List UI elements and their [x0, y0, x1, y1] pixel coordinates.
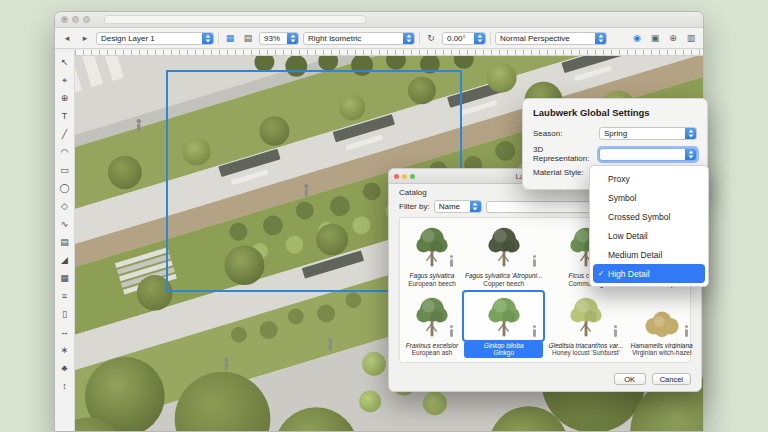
pan-tool-icon[interactable]: ⌖ — [57, 71, 73, 89]
scale-figure-icon — [614, 329, 617, 337]
layers-icon[interactable]: ▦ — [223, 31, 237, 45]
plant-thumbnail — [464, 222, 543, 270]
season-label: Season: — [533, 129, 599, 138]
tool-palette: ↖ ⌖ ⊕ T ╱ ◠ ▭ ◯ ◇ ∿ ▤ ◢ ▦ ≡ ▯ ↔ — [55, 50, 75, 431]
plant-labels: Fraxinus excelsior European ash — [404, 341, 460, 359]
season-select[interactable]: Spring — [599, 127, 697, 140]
rotate-view-icon[interactable]: ↻ — [424, 31, 438, 45]
perspective-select[interactable]: Normal Perspective — [495, 32, 607, 45]
scale-figure-icon — [533, 329, 536, 337]
dropdown-option[interactable]: ✓ Proxy — [593, 169, 705, 188]
filter-field-value: Name — [439, 202, 467, 211]
minimize-window-icon[interactable] — [72, 16, 79, 23]
close-window-icon[interactable]: × — [61, 16, 68, 23]
plant-common-name: Virginian witch-hazel — [629, 349, 694, 357]
plant-tool-icon[interactable]: ♣ — [57, 359, 73, 377]
dropdown-option[interactable]: ✓ Low Detail — [593, 226, 705, 245]
catalog-plant-item[interactable]: Fagus sylvatica 'Atropuni... Copper beec… — [464, 222, 543, 289]
plant-latin-name: Fraxinus excelsior — [405, 342, 459, 350]
view-toolbar: ◂ ▸ Design Layer 1 ▦ ▤ 93% Right Isometr… — [55, 28, 703, 49]
plant-latin-name: Fagus sylvatica 'Atropuni... — [465, 272, 542, 280]
slab-tool-icon[interactable]: ▦ — [57, 269, 73, 287]
representation-select[interactable] — [599, 148, 697, 161]
plant-thumbnail — [404, 222, 460, 270]
classes-icon[interactable]: ▤ — [241, 31, 255, 45]
forward-icon[interactable]: ▸ — [78, 31, 92, 45]
camera-icon[interactable]: ▣ — [648, 31, 662, 45]
wall-tool-icon[interactable]: ▤ — [57, 233, 73, 251]
dropdown-option[interactable]: ✓ Symbol — [593, 188, 705, 207]
filter-field-select[interactable]: Name — [434, 200, 482, 213]
dropdown-option-label: High Detail — [608, 269, 650, 279]
zoom-select[interactable]: 93% — [259, 32, 299, 45]
zoom-window-icon[interactable] — [83, 16, 90, 23]
text-tool-icon[interactable]: T — [57, 107, 73, 125]
arc-tool-icon[interactable]: ◠ — [57, 143, 73, 161]
layer-select[interactable]: Design Layer 1 — [96, 32, 214, 45]
plant-common-name: Copper beech — [465, 280, 542, 288]
dropdown-option[interactable]: ✓ Crossed Symbol — [593, 207, 705, 226]
angle-select[interactable]: 0.00° — [442, 32, 486, 45]
plant-common-name: European ash — [405, 349, 459, 357]
close-dialog-icon[interactable] — [394, 174, 399, 179]
plant-thumbnail — [464, 292, 543, 340]
plant-common-name: Ginkgo — [465, 349, 542, 357]
circle-tool-icon[interactable]: ◯ — [57, 179, 73, 197]
layer-select-value: Design Layer 1 — [101, 34, 199, 43]
catalog-plant-item[interactable]: Ginkgo biloba Ginkgo — [464, 292, 543, 359]
plant-latin-name: Fagus sylvatica — [405, 272, 459, 280]
line-tool-icon[interactable]: ╱ — [57, 125, 73, 143]
select-arrows-icon — [287, 32, 298, 45]
select-arrows-icon — [474, 32, 485, 45]
plant-latin-name: Hamamelis virginiana — [629, 342, 694, 350]
plant-labels: Gleditsia triacanthos var... Honey locus… — [547, 341, 624, 359]
select-arrows-icon — [202, 32, 213, 45]
panels-icon[interactable]: ▥ — [684, 31, 698, 45]
dropdown-option[interactable]: ✓ High Detail — [593, 264, 705, 283]
window-titlebar[interactable]: × — [55, 12, 703, 28]
catalog-plant-item[interactable]: Gleditsia triacanthos var... Honey locus… — [547, 292, 624, 359]
toolbar-separator — [218, 32, 219, 45]
selection-tool-icon[interactable]: ↖ — [57, 53, 73, 71]
back-icon[interactable]: ◂ — [60, 31, 74, 45]
perspective-select-value: Normal Perspective — [500, 34, 592, 43]
dropdown-option-label: Proxy — [608, 174, 630, 184]
ok-button[interactable]: OK — [614, 373, 646, 385]
eye-icon[interactable]: ◉ — [630, 31, 644, 45]
move-tool-icon[interactable]: ↕ — [57, 377, 73, 395]
horizontal-ruler — [75, 50, 703, 56]
polygon-tool-icon[interactable]: ◇ — [57, 197, 73, 215]
dropdown-option-label: Symbol — [608, 193, 636, 203]
plant-thumbnail — [547, 292, 624, 340]
dimension-tool-icon[interactable]: ↔ — [57, 323, 73, 341]
zoom-in-icon[interactable]: ⊕ — [666, 31, 680, 45]
stair-tool-icon[interactable]: ≡ — [57, 287, 73, 305]
minimize-dialog-icon[interactable] — [402, 174, 407, 179]
dropdown-option[interactable]: ✓ Medium Detail — [593, 245, 705, 264]
roof-tool-icon[interactable]: ◢ — [57, 251, 73, 269]
freehand-tool-icon[interactable]: ∿ — [57, 215, 73, 233]
settings-dialog-title: Laubwerk Global Settings — [533, 107, 697, 118]
select-arrows-icon — [685, 127, 696, 140]
plant-common-name: European beech — [405, 280, 459, 288]
representation-dropdown-menu: ✓ Proxy ✓ Symbol ✓ Crossed Symbol ✓ Low … — [589, 165, 709, 287]
plant-labels: Hamamelis virginiana Virginian witch-haz… — [628, 341, 695, 359]
catalog-plant-item[interactable]: Fraxinus excelsior European ash — [404, 292, 460, 359]
catalog-plant-item[interactable]: Fagus sylvatica European beech — [404, 222, 460, 289]
toolbar-separator — [490, 32, 491, 45]
document-tab[interactable] — [104, 15, 366, 24]
rectangle-tool-icon[interactable]: ▭ — [57, 161, 73, 179]
catalog-plant-item[interactable]: Hamamelis virginiana Virginian witch-haz… — [628, 292, 695, 359]
view-select[interactable]: Right Isometric — [303, 32, 415, 45]
plant-common-name: Honey locust 'Sunburst' — [548, 349, 623, 357]
zoom-tool-icon[interactable]: ⊕ — [57, 89, 73, 107]
dropdown-option-label: Crossed Symbol — [608, 212, 670, 222]
symbol-tool-icon[interactable]: ∗ — [57, 341, 73, 359]
dropdown-option-label: Low Detail — [608, 231, 648, 241]
cancel-button[interactable]: Cancel — [652, 373, 691, 385]
plant-labels: Ginkgo biloba Ginkgo — [464, 341, 543, 359]
scale-figure-icon — [533, 259, 536, 267]
column-tool-icon[interactable]: ▯ — [57, 305, 73, 323]
zoom-select-value: 93% — [264, 34, 284, 43]
zoom-dialog-icon[interactable] — [410, 174, 415, 179]
